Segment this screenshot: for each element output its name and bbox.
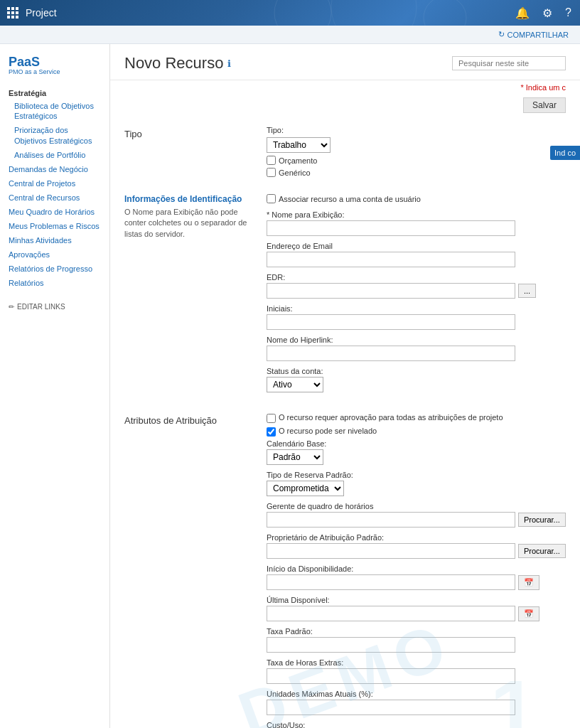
type-select[interactable]: Trabalho Orçamento Genérico	[267, 137, 331, 153]
sidebar-item-objetivos[interactable]: Biblioteca de Objetivos Estratégicos	[0, 99, 109, 124]
label-gerente: Gerente de quadro de horários	[267, 502, 566, 510]
field-calendario: Calendário Base: Padrão	[267, 439, 566, 465]
gerente-browse-button[interactable]: Procurar...	[518, 513, 566, 527]
field-hiperlink: Nome do Hiperlink:	[267, 336, 566, 361]
action-bar: Salvar	[110, 95, 580, 119]
field-edr: EDR: ...	[267, 273, 566, 299]
paas-logo: PaaS PMO as a Service	[0, 55, 109, 85]
edit-links-label: EDITAR LINKS	[17, 303, 65, 311]
sidebar-item-relatorios-progresso[interactable]: Relatórios de Progresso	[0, 262, 109, 276]
grid-icon[interactable]	[7, 7, 18, 18]
input-iniciais[interactable]	[267, 314, 515, 330]
checkbox-orcamento[interactable]	[267, 156, 276, 165]
field-unidades: Unidades Máximas Atuais (%):	[267, 690, 566, 715]
field-proprietario: Proprietário de Atribuição Padrão: Procu…	[267, 533, 566, 559]
info-icon[interactable]: ℹ	[227, 58, 231, 69]
sidebar-item-demandas[interactable]: Demandas de Negócio	[0, 162, 109, 176]
field-email: Endereço de Email	[267, 242, 566, 267]
field-iniciais: Iniciais:	[267, 304, 566, 330]
input-proprietario[interactable]	[267, 543, 515, 559]
sidebar-item-relatorios[interactable]: Relatórios	[0, 276, 109, 290]
status-select[interactable]: Ativo Inativo	[267, 377, 323, 392]
sidebar: PaaS PMO as a Service Estratégia Bibliot…	[0, 44, 110, 728]
sidebar-item-recursos[interactable]: Central de Recursos	[0, 191, 109, 205]
field-nome-exibicao: * Nome para Exibição:	[267, 210, 566, 236]
search-box	[452, 56, 566, 70]
type-fields: Tipo: Trabalho Orçamento Genérico Orçame…	[267, 126, 566, 177]
sidebar-item-analises[interactable]: Análises de Portfólio	[0, 148, 109, 162]
field-taxa-extras: Taxa de Horas Extras:	[267, 658, 566, 684]
sidebar-item-aprovacoes[interactable]: Aprovações	[0, 247, 109, 262]
info-section-label-col: Informações de Identificação O Nome para…	[124, 191, 252, 398]
input-edr[interactable]	[267, 283, 515, 299]
top-nav: Project 🔔 ⚙ ?	[0, 0, 580, 26]
label-inicio: Início da Disponibilidade:	[267, 564, 566, 573]
associate-checkbox-row: Associar recurso a uma conta de usuário	[267, 194, 566, 203]
input-unidades[interactable]	[267, 700, 515, 715]
gerente-input-group: Procurar...	[267, 512, 566, 528]
input-inicio[interactable]	[267, 574, 515, 590]
ultima-calendar-button[interactable]: 📅	[518, 606, 539, 621]
label-nome-exibicao: * Nome para Exibição:	[267, 210, 566, 219]
info-section-desc: O Nome para Exibição não pode conter col…	[124, 207, 252, 240]
input-ultima[interactable]	[267, 606, 515, 621]
edit-links[interactable]: ✏ EDITAR LINKS	[0, 299, 109, 315]
checkbox-generico-label: Genérico	[279, 168, 311, 177]
atrib-checkbox1-row: O recurso requer aprovação para todas as…	[267, 412, 566, 423]
share-button[interactable]: ↻ COMPARTILHAR	[498, 30, 569, 39]
checkbox-generico-row: Genérico	[267, 168, 566, 177]
label-reserva: Tipo de Reserva Padrão:	[267, 471, 566, 479]
label-taxa-extras: Taxa de Horas Extras:	[267, 658, 566, 667]
input-nome-exibicao[interactable]	[267, 220, 515, 236]
inicio-input-group: 📅	[267, 574, 566, 590]
save-button[interactable]: Salvar	[523, 97, 566, 113]
help-icon[interactable]: ?	[564, 5, 573, 21]
sidebar-item-problemas[interactable]: Meus Problemas e Riscos	[0, 219, 109, 233]
required-note: * Indica um c	[110, 80, 580, 95]
page-title-text: Novo Recurso	[124, 54, 223, 73]
sidebar-item-horarios[interactable]: Meu Quadro de Horários	[0, 205, 109, 219]
search-input[interactable]	[452, 56, 566, 70]
atrib-fields: O recurso requer aprovação para todas as…	[267, 412, 566, 728]
checkbox-associate[interactable]	[267, 194, 276, 203]
reserva-select[interactable]: Comprometida	[267, 481, 344, 496]
bell-icon[interactable]: 🔔	[514, 5, 531, 21]
input-taxa-extras[interactable]	[267, 668, 515, 684]
input-hiperlink[interactable]	[267, 346, 515, 361]
content-layout: PaaS PMO as a Service Estratégia Bibliot…	[0, 44, 580, 728]
label-ultima: Última Disponível:	[267, 596, 566, 604]
sub-header: ↻ COMPARTILHAR	[0, 26, 580, 44]
proprietario-browse-button[interactable]: Procurar...	[518, 544, 566, 558]
edr-browse-button[interactable]: ...	[518, 284, 536, 298]
label-status: Status da conta:	[267, 367, 566, 375]
checkbox-generico[interactable]	[267, 168, 276, 177]
field-status: Status da conta: Ativo Inativo	[267, 367, 566, 392]
sidebar-item-atividades[interactable]: Minhas Atividades	[0, 233, 109, 247]
label-edr: EDR:	[267, 273, 566, 282]
settings-icon[interactable]: ⚙	[541, 5, 554, 21]
logo-subtitle: PMO as a Service	[9, 68, 101, 76]
input-taxa[interactable]	[267, 637, 515, 653]
label-hiperlink: Nome do Hiperlink:	[267, 336, 566, 344]
sidebar-item-priorizacao[interactable]: Priorização dos Objetivos Estratégicos	[0, 123, 109, 148]
label-unidades: Unidades Máximas Atuais (%):	[267, 690, 566, 698]
proprietario-input-group: Procurar...	[267, 543, 566, 559]
checkbox-nivelado[interactable]	[267, 427, 276, 437]
calendario-select[interactable]: Padrão	[267, 449, 323, 465]
page-header: Novo Recurso ℹ	[110, 44, 580, 80]
input-email[interactable]	[267, 252, 515, 267]
label-email: Endereço de Email	[267, 242, 566, 250]
checkbox-nivelado-label: O recurso pode ser nivelado	[279, 426, 377, 436]
info-fields: Associar recurso a uma conta de usuário …	[267, 191, 566, 398]
label-taxa: Taxa Padrão:	[267, 627, 566, 636]
field-custo: Custo/Uso:	[267, 721, 566, 728]
input-gerente[interactable]	[267, 512, 515, 528]
checkbox-associate-label: Associar recurso a uma conta de usuário	[279, 195, 421, 203]
label-calendario: Calendário Base:	[267, 439, 566, 448]
sidebar-section-estrategia: Estratégia	[0, 85, 109, 99]
checkbox-aprovacao-label: O recurso requer aprovação para todas as…	[279, 412, 503, 422]
checkbox-aprovacao[interactable]	[267, 414, 276, 423]
pencil-icon: ✏	[9, 303, 14, 311]
sidebar-item-projetos[interactable]: Central de Projetos	[0, 176, 109, 191]
inicio-calendar-button[interactable]: 📅	[518, 575, 539, 590]
